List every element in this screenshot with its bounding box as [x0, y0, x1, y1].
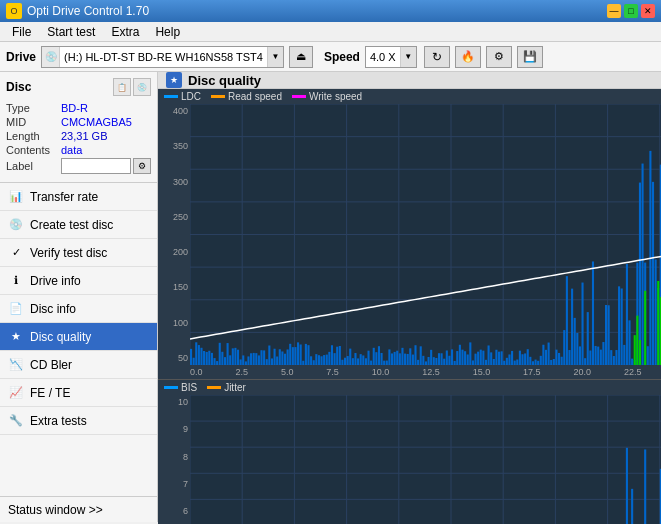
sidebar-item-drive-info[interactable]: ℹ Drive info	[0, 267, 157, 295]
transfer-rate-icon: 📊	[8, 189, 24, 205]
sidebar: Disc 📋 💿 Type BD-R MID CMCMAGBA5 Length …	[0, 72, 158, 522]
disc-quality-label: Disc quality	[30, 330, 91, 344]
disc-label-input[interactable]	[61, 158, 131, 174]
save-button[interactable]: 💾	[517, 46, 543, 68]
status-window-label: Status window >>	[8, 503, 103, 517]
disc-length-value: 23,31 GB	[61, 130, 151, 142]
speed-selector[interactable]: 4.0 X ▼	[365, 46, 417, 68]
drive-dropdown-arrow[interactable]: ▼	[267, 47, 283, 67]
bottom-legend: BIS Jitter	[158, 380, 661, 395]
disc-label-label: Label	[6, 160, 61, 172]
menu-extra[interactable]: Extra	[103, 23, 147, 41]
jitter-legend: Jitter	[224, 382, 246, 393]
sidebar-item-transfer-rate[interactable]: 📊 Transfer rate	[0, 183, 157, 211]
menu-start-test[interactable]: Start test	[39, 23, 103, 41]
disc-mid-label: MID	[6, 116, 61, 128]
sidebar-item-extra-tests[interactable]: 🔧 Extra tests	[0, 407, 157, 435]
fe-te-icon: 📈	[8, 385, 24, 401]
disc-panel: Disc 📋 💿 Type BD-R MID CMCMAGBA5 Length …	[0, 72, 157, 183]
disc-contents-label: Contents	[6, 144, 61, 156]
drive-bar: Drive 💿 (H:) HL-DT-ST BD-RE WH16NS58 TST…	[0, 42, 661, 72]
read-speed-legend: Read speed	[228, 91, 282, 102]
disc-info-label: Disc info	[30, 302, 76, 316]
extra-tests-label: Extra tests	[30, 414, 87, 428]
speed-dropdown-arrow[interactable]: ▼	[400, 47, 416, 67]
minimize-button[interactable]: —	[607, 4, 621, 18]
settings-button[interactable]: ⚙	[486, 46, 512, 68]
sidebar-item-cd-bler[interactable]: 📉 CD Bler	[0, 351, 157, 379]
disc-panel-title: Disc	[6, 80, 31, 94]
disc-icon-2[interactable]: 💿	[133, 78, 151, 96]
drive-info-icon: ℹ	[8, 273, 24, 289]
disc-type-label: Type	[6, 102, 61, 114]
verify-test-icon: ✓	[8, 245, 24, 261]
speed-value: 4.0 X	[366, 51, 400, 63]
bottom-chart-container: BIS Jitter 10987654321	[158, 379, 661, 524]
eject-button[interactable]: ⏏	[289, 46, 313, 68]
maximize-button[interactable]: □	[624, 4, 638, 18]
disc-length-label: Length	[6, 130, 61, 142]
status-window-btn[interactable]: Status window >>	[0, 496, 157, 522]
top-y-axis-left: 40035030025020015010050	[158, 104, 190, 365]
bis-legend: BIS	[181, 382, 197, 393]
transfer-rate-label: Transfer rate	[30, 190, 98, 204]
drive-selector[interactable]: 💿 (H:) HL-DT-ST BD-RE WH16NS58 TST4 ▼	[41, 46, 284, 68]
menu-bar: File Start test Extra Help	[0, 22, 661, 42]
menu-file[interactable]: File	[4, 23, 39, 41]
content-header-icon: ★	[166, 72, 182, 88]
disc-contents-value: data	[61, 144, 151, 156]
sidebar-item-disc-info[interactable]: 📄 Disc info	[0, 295, 157, 323]
disc-mid-value: CMCMAGBA5	[61, 116, 151, 128]
top-legend: LDC Read speed Write speed	[158, 89, 661, 104]
sidebar-item-fe-te[interactable]: 📈 FE / TE	[0, 379, 157, 407]
disc-quality-icon: ★	[8, 329, 24, 345]
bottom-y-axis-left: 10987654321	[158, 395, 190, 524]
drive-info-label: Drive info	[30, 274, 81, 288]
content-title: Disc quality	[188, 73, 261, 88]
top-chart-container: LDC Read speed Write speed 4003503002502…	[158, 89, 661, 379]
sidebar-item-create-test-disc[interactable]: 💿 Create test disc	[0, 211, 157, 239]
fe-te-label: FE / TE	[30, 386, 70, 400]
speed-label: Speed	[324, 50, 360, 64]
top-x-axis: 0.02.55.07.510.012.515.017.520.022.525.0…	[158, 365, 661, 379]
ldc-legend: LDC	[181, 91, 201, 102]
create-test-label: Create test disc	[30, 218, 113, 232]
charts-area: LDC Read speed Write speed 4003503002502…	[158, 89, 661, 524]
sidebar-item-verify-test-disc[interactable]: ✓ Verify test disc	[0, 239, 157, 267]
app-icon: O	[6, 3, 22, 19]
title-bar: O Opti Drive Control 1.70 — □ ✕	[0, 0, 661, 22]
sidebar-items: 📊 Transfer rate 💿 Create test disc ✓ Ver…	[0, 183, 157, 496]
extra-tests-icon: 🔧	[8, 413, 24, 429]
close-button[interactable]: ✕	[641, 4, 655, 18]
disc-info-icon: 📄	[8, 301, 24, 317]
sidebar-item-disc-quality[interactable]: ★ Disc quality	[0, 323, 157, 351]
menu-help[interactable]: Help	[147, 23, 188, 41]
drive-label: Drive	[6, 50, 36, 64]
create-test-icon: 💿	[8, 217, 24, 233]
cd-bler-label: CD Bler	[30, 358, 72, 372]
write-speed-legend: Write speed	[309, 91, 362, 102]
cd-bler-icon: 📉	[8, 357, 24, 373]
verify-test-label: Verify test disc	[30, 246, 107, 260]
burn-button[interactable]: 🔥	[455, 46, 481, 68]
drive-name: (H:) HL-DT-ST BD-RE WH16NS58 TST4	[60, 51, 267, 63]
disc-label-btn[interactable]: ⚙	[133, 158, 151, 174]
disc-icon-1[interactable]: 📋	[113, 78, 131, 96]
content-header: ★ Disc quality	[158, 72, 661, 89]
refresh-button[interactable]: ↻	[424, 46, 450, 68]
content-area: ★ Disc quality LDC Read speed	[158, 72, 661, 522]
app-title: Opti Drive Control 1.70	[27, 4, 149, 18]
disc-type-value: BD-R	[61, 102, 151, 114]
